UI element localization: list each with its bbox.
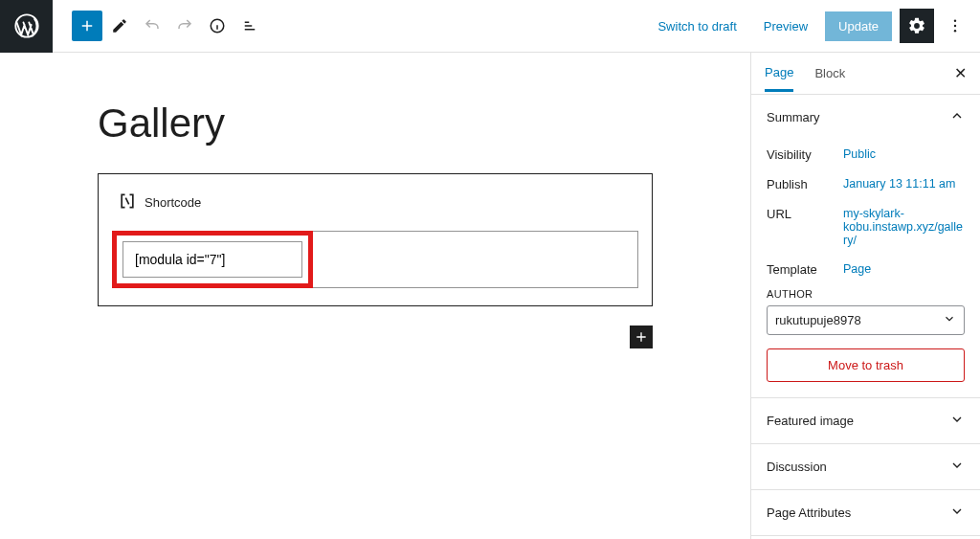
url-value[interactable]: my-skylark-kobu.instawp.xyz/gallery/: [843, 207, 965, 247]
panel-discussion-title: Discussion: [767, 460, 827, 474]
tab-page[interactable]: Page: [765, 65, 793, 92]
chevron-down-icon: [949, 504, 965, 522]
shortcode-input-extension[interactable]: [313, 231, 638, 288]
chevron-up-icon: [949, 108, 965, 126]
panel-page-attributes-title: Page Attributes: [767, 505, 851, 520]
template-label: Template: [767, 262, 843, 277]
author-label: AUTHOR: [767, 288, 965, 300]
svg-point-3: [954, 25, 956, 27]
template-value[interactable]: Page: [843, 262, 965, 277]
list-view-button[interactable]: [234, 11, 265, 41]
move-to-trash-button[interactable]: Move to trash: [767, 348, 965, 382]
info-button[interactable]: [202, 11, 233, 41]
chevron-down-icon: [949, 412, 965, 430]
chevron-down-icon: [949, 458, 965, 476]
switch-to-draft-button[interactable]: Switch to draft: [648, 13, 746, 39]
author-select[interactable]: rukutupuje8978: [767, 305, 965, 335]
shortcode-highlight-box: [112, 231, 313, 288]
shortcode-input[interactable]: [122, 241, 302, 278]
update-button[interactable]: Update: [825, 11, 892, 41]
undo-button[interactable]: [137, 11, 167, 41]
publish-value[interactable]: January 13 11:11 am: [843, 177, 965, 191]
block-appender-button[interactable]: [630, 326, 653, 348]
preview-button[interactable]: Preview: [754, 13, 817, 39]
redo-button[interactable]: [169, 11, 200, 41]
settings-sidebar: Page Block ✕ Summary Visibility Public P…: [750, 53, 980, 539]
visibility-value[interactable]: Public: [843, 147, 965, 162]
panel-discussion-toggle[interactable]: Discussion: [751, 444, 980, 489]
panel-summary-title: Summary: [767, 110, 820, 124]
panel-featured-image-toggle[interactable]: Featured image: [751, 398, 980, 443]
svg-point-4: [954, 30, 956, 32]
panel-summary-toggle[interactable]: Summary: [751, 95, 980, 140]
more-options-button[interactable]: [942, 17, 969, 34]
page-title[interactable]: Gallery: [98, 101, 653, 146]
panel-featured-image-title: Featured image: [767, 414, 854, 428]
publish-label: Publish: [767, 177, 843, 191]
svg-point-2: [954, 20, 956, 22]
chevron-down-icon: [943, 312, 956, 328]
visibility-label: Visibility: [767, 147, 843, 162]
tab-block[interactable]: Block: [814, 66, 845, 90]
author-value: rukutupuje8978: [775, 313, 861, 327]
add-block-button[interactable]: [72, 11, 102, 41]
edit-mode-button[interactable]: [104, 11, 135, 41]
url-label: URL: [767, 207, 843, 247]
settings-button[interactable]: [900, 9, 934, 43]
block-label: Shortcode: [145, 195, 201, 210]
panel-page-attributes-toggle[interactable]: Page Attributes: [751, 490, 980, 535]
editor-topbar: Switch to draft Preview Update: [0, 0, 980, 53]
wordpress-logo[interactable]: [0, 0, 53, 53]
shortcode-icon: [118, 191, 137, 213]
shortcode-block[interactable]: Shortcode: [98, 173, 653, 306]
close-sidebar-button[interactable]: ✕: [954, 64, 967, 82]
editor-canvas: Gallery Shortcode: [0, 53, 750, 539]
